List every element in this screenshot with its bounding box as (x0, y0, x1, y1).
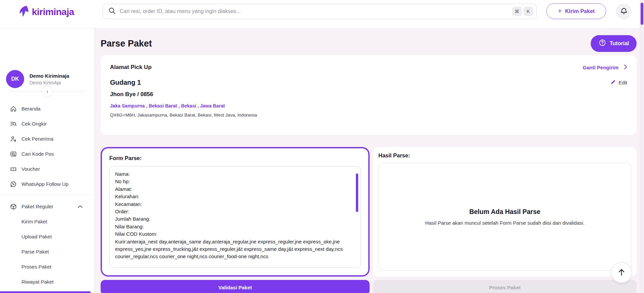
validasi-paket-button[interactable]: Validasi Paket (101, 280, 370, 293)
ticket-icon (10, 166, 17, 172)
postcode-search-icon (10, 151, 17, 157)
kiriminaja-arrow-icon (18, 5, 30, 19)
user-check-icon (10, 136, 17, 142)
profile-name: Demo Kiriminaja (30, 73, 69, 79)
avatar: DK (6, 70, 24, 88)
sidebar-item-voucher[interactable]: Voucher (0, 161, 95, 176)
sidebar-item-upload-paket[interactable]: Upload Paket (0, 229, 95, 244)
plus-icon: + (558, 7, 562, 15)
empty-state-title: Belum Ada Hasil Parse (469, 208, 540, 216)
page-title: Parse Paket (101, 39, 152, 49)
top-header: kiriminaja ⌘ K + Kirim Paket (0, 0, 644, 28)
parse-form-textarea[interactable]: Nama: No hp: Alamat: Kelurahan: Kecamata… (109, 166, 361, 268)
profile-block[interactable]: DK Demo Kiriminaja Demo KirimAja (6, 70, 69, 88)
ganti-pengirim-link[interactable]: Ganti Pengirim (583, 64, 627, 71)
question-bubble-icon (598, 39, 606, 48)
home-icon (10, 105, 17, 112)
sidebar-item-proses-paket[interactable]: Proses Paket (0, 259, 95, 274)
hasil-parse-label: Hasil Parse: (378, 152, 631, 159)
sidebar-group-paket-reguler[interactable]: Paket Reguler (0, 199, 95, 214)
list-search-icon (10, 121, 17, 127)
divider (0, 195, 95, 196)
pickup-contact: Jhon Bye / 0856 (110, 91, 627, 98)
global-search[interactable]: ⌘ K (103, 4, 537, 19)
scroll-to-top-button[interactable] (611, 262, 632, 283)
sidebar-item-cek-ongkir[interactable]: Cek Ongkir (0, 116, 95, 131)
form-parse-card: Form Parse: Nama: No hp: Alamat: Kelurah… (101, 147, 370, 277)
search-input[interactable] (120, 8, 510, 14)
warehouse-name: Gudang 1 (110, 79, 141, 86)
logo-wordmark: kiriminaja (32, 7, 74, 17)
app-logo[interactable]: kiriminaja (18, 5, 74, 19)
bell-icon (620, 7, 628, 16)
main-content: Parse Paket Tutorial Alamat Pick Up Gant… (95, 28, 640, 293)
sidebar-item-parse-paket[interactable]: Parse Paket (0, 244, 95, 259)
arrow-up-icon (617, 268, 626, 278)
sidebar-item-cek-penerima[interactable]: Cek Penerima (0, 131, 95, 146)
sidebar-item-riwayat-paket[interactable]: Riwayat Paket (0, 274, 95, 289)
textarea-scrollbar-thumb[interactable] (356, 173, 358, 212)
sidebar-item-whatsapp-follow-up[interactable]: WhatsApp Follow Up (0, 176, 95, 192)
kirim-paket-button[interactable]: + Kirim Paket (546, 3, 606, 19)
hasil-parse-card: Hasil Parse: Belum Ada Hasil Parse Hasil… (373, 147, 637, 277)
tutorial-button[interactable]: Tutorial (591, 35, 637, 52)
sidebar-nav: Beranda Cek Ongkir Cek Penerima Cari Kod… (0, 101, 95, 293)
profile-subtitle: Demo KirimAja (30, 80, 69, 85)
sidebar-item-beranda[interactable]: Beranda (0, 101, 95, 116)
page-scrollbar[interactable] (640, 0, 644, 293)
chevron-right-icon (624, 64, 627, 71)
proses-paket-button[interactable]: Proses Paket (373, 280, 637, 293)
kbd-cmd: ⌘ (512, 7, 522, 16)
pickup-card-title: Alamat Pick Up (110, 64, 152, 71)
sidebar-collapse-button[interactable]: ‹ (42, 86, 53, 97)
sidebar-bottom-accent (0, 291, 91, 293)
form-parse-label: Form Parse: (109, 155, 361, 161)
kbd-k: K (524, 7, 533, 16)
pickup-area-line: Jaka Sampurna , Bekasi Barat , Bekasi , … (110, 103, 627, 108)
sidebar-item-cari-kode-pos[interactable]: Cari Kode Pos (0, 146, 95, 161)
hasil-parse-empty-panel: Belum Ada Hasil Parse Hasil Parse akan m… (378, 163, 631, 271)
pickup-address-card: Alamat Pick Up Ganti Pengirim Gudang 1 E… (101, 55, 637, 135)
page-scrollbar-thumb[interactable] (641, 3, 643, 25)
empty-state-subtitle: Hasil Parse akan muncul setelah Form Par… (425, 220, 584, 226)
chevron-up-icon (78, 204, 83, 209)
package-icon (10, 203, 17, 210)
pencil-icon (610, 79, 616, 86)
whatsapp-icon (10, 181, 17, 188)
notifications-button[interactable] (616, 4, 632, 19)
search-icon (108, 7, 116, 16)
sidebar: DK Demo Kiriminaja Demo KirimAja ‹ Beran… (0, 28, 95, 293)
pickup-address-line: QX6G+M6H, Jakasampurna, Bekasi Barat, Be… (110, 113, 627, 118)
edit-address-link[interactable]: Edit (610, 79, 627, 86)
sidebar-item-kirim-paket[interactable]: Kirim Paket (0, 214, 95, 229)
